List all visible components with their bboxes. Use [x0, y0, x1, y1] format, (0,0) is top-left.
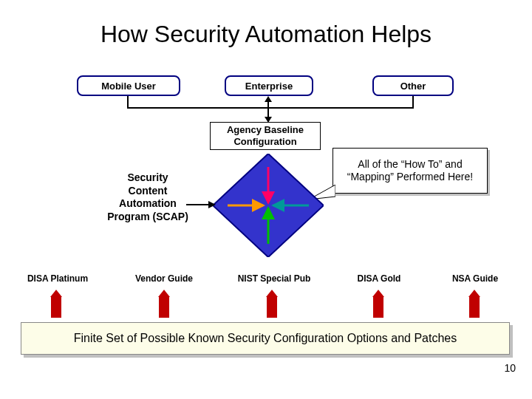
- arrow-enterprise-agency: [263, 96, 273, 123]
- slide-title: How Security Automation Helps: [0, 0, 532, 48]
- svg-marker-1: [265, 96, 272, 102]
- label-vendor-guide: Vendor Guide: [127, 273, 201, 284]
- node-mobile-user: Mobile User: [77, 75, 180, 96]
- label-scap: Security Content Automation Program (SCA…: [107, 171, 188, 223]
- arrow-scap-to-diamond: [186, 200, 216, 210]
- node-agency-baseline: Agency Baseline Configuration: [210, 122, 321, 150]
- callout-how-to: All of the “How To” and “Mapping” Perfor…: [332, 148, 488, 194]
- node-enterprise: Enterprise: [225, 75, 313, 96]
- banner-finite-set: Finite Set of Possible Known Security Co…: [21, 322, 510, 355]
- label-disa-platinum: DISA Platinum: [21, 273, 95, 284]
- connector-drop-other: [412, 96, 414, 107]
- page-number: 10: [504, 362, 516, 374]
- label-nist-pub: NIST Special Pub: [226, 273, 322, 284]
- connector-drop-mobile: [127, 96, 129, 107]
- node-other: Other: [372, 75, 454, 96]
- label-disa-gold: DISA Gold: [346, 273, 412, 284]
- diamond-icon: [213, 154, 324, 257]
- label-nsa-guide: NSA Guide: [442, 273, 508, 284]
- svg-marker-10: [208, 201, 216, 208]
